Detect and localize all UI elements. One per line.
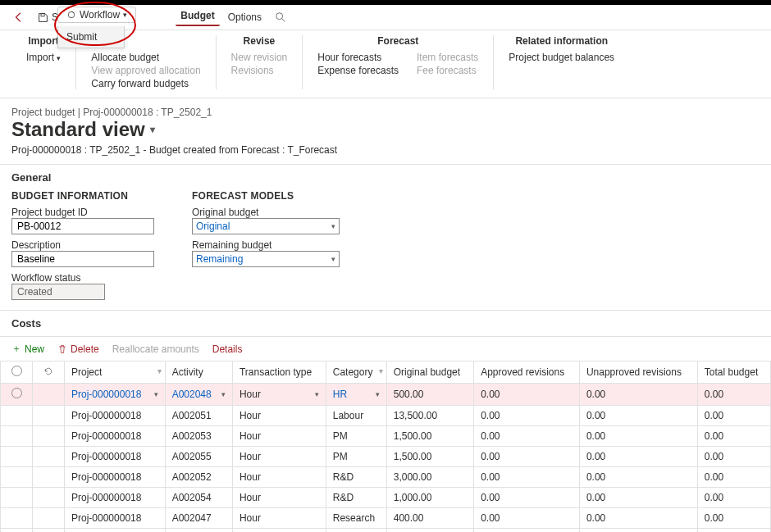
cell-project[interactable]: Proj-000000018	[65, 529, 166, 533]
cell-total-budget[interactable]: 0.00	[697, 529, 770, 533]
cell-activity[interactable]: A002048▾	[165, 384, 232, 406]
cell-category[interactable]: R&D	[326, 467, 386, 488]
cell-project[interactable]: Proj-000000018	[65, 508, 166, 529]
col-category[interactable]: Category▾	[326, 361, 386, 384]
cell-unapproved-revisions[interactable]: 0.00	[579, 508, 697, 529]
back-button[interactable]	[8, 10, 30, 25]
section-costs-header[interactable]: Costs	[0, 311, 771, 336]
row-selector[interactable]	[1, 447, 33, 467]
cell-unapproved-revisions[interactable]: 0.00	[579, 447, 697, 467]
cell-total-budget[interactable]: 0.00	[697, 488, 770, 508]
cell-approved-revisions[interactable]: 0.00	[474, 508, 580, 529]
search-button[interactable]	[270, 10, 291, 25]
cell-approved-revisions[interactable]: 0.00	[474, 529, 580, 533]
table-row[interactable]: Proj-000000018A002052HourR&D3,000.000.00…	[1, 467, 771, 488]
cell-unapproved-revisions[interactable]: 0.00	[579, 467, 697, 488]
project-budget-id-input[interactable]	[11, 218, 154, 234]
cell-category[interactable]: HR▾	[326, 384, 386, 406]
cell-activity[interactable]: A002047	[165, 508, 232, 529]
remaining-budget-select[interactable]: Remaining ▾	[192, 251, 340, 267]
cell-approved-revisions[interactable]: 0.00	[474, 488, 580, 508]
col-refresh[interactable]	[33, 361, 65, 384]
col-transaction-type[interactable]: Transaction type	[232, 361, 326, 384]
cell-original-budget[interactable]: 3,000.00	[386, 467, 473, 488]
table-row[interactable]: Proj-000000018▾A002048▾Hour▾HR▾500.000.0…	[1, 384, 771, 406]
delete-button[interactable]: Delete	[57, 343, 99, 355]
cell-unapproved-revisions[interactable]: 0.00	[579, 426, 697, 447]
filter-icon[interactable]: ▾	[379, 366, 383, 375]
cell-activity[interactable]: A002053	[165, 426, 232, 447]
filter-icon[interactable]: ▾	[157, 366, 162, 375]
cell-original-budget[interactable]: 1,500.00	[386, 426, 473, 447]
cell-unapproved-revisions[interactable]: 0.00	[579, 384, 697, 406]
col-approved-revisions[interactable]: Approved revisions	[474, 361, 580, 384]
workflow-submit-item[interactable]: Submit	[58, 26, 124, 48]
row-selector[interactable]	[1, 488, 33, 508]
cell-original-budget[interactable]: 500.00	[386, 384, 473, 406]
cell-activity[interactable]: A002051	[165, 406, 232, 426]
col-total-budget[interactable]: Total budget	[697, 361, 770, 384]
table-row[interactable]: Proj-000000018A002054HourR&D1,000.000.00…	[1, 488, 771, 508]
cell-category[interactable]: R&D	[326, 488, 386, 508]
cell-activity[interactable]: A002049	[165, 529, 232, 533]
cell-transaction-type[interactable]: Hour	[232, 406, 326, 426]
col-project[interactable]: Project▾	[65, 361, 166, 384]
expense-forecasts-link[interactable]: Expense forecasts	[317, 65, 399, 76]
cell-total-budget[interactable]: 0.00	[697, 426, 770, 447]
original-budget-select[interactable]: Original ▾	[192, 218, 340, 234]
row-selector[interactable]	[1, 406, 33, 426]
cell-activity[interactable]: A002054	[165, 488, 232, 508]
cell-transaction-type[interactable]: Hour▾	[232, 384, 326, 406]
cell-approved-revisions[interactable]: 0.00	[474, 447, 580, 467]
carry-forward-budgets-link[interactable]: Carry forward budgets	[91, 78, 200, 89]
cell-approved-revisions[interactable]: 0.00	[474, 467, 580, 488]
cell-unapproved-revisions[interactable]: 0.00	[579, 406, 697, 426]
workflow-dropdown[interactable]: Workflow ▾ Submit	[57, 7, 136, 23]
cell-approved-revisions[interactable]: 0.00	[474, 426, 580, 447]
allocate-budget-link[interactable]: Allocate budget	[91, 52, 200, 63]
cell-original-budget[interactable]: 1,000.00	[386, 488, 473, 508]
cell-project[interactable]: Proj-000000018	[65, 426, 166, 447]
hour-forecasts-link[interactable]: Hour forecasts	[317, 52, 399, 63]
col-activity[interactable]: Activity	[165, 361, 232, 384]
row-selector[interactable]	[1, 426, 33, 447]
cell-transaction-type[interactable]: Hour	[232, 488, 326, 508]
row-selector[interactable]	[1, 508, 33, 529]
col-select[interactable]	[1, 361, 33, 384]
col-unapproved-revisions[interactable]: Unapproved revisions	[579, 361, 697, 384]
cell-project[interactable]: Proj-000000018	[65, 406, 166, 426]
table-row[interactable]: Proj-000000018A002053HourPM1,500.000.000…	[1, 426, 771, 447]
row-selector[interactable]	[1, 384, 33, 406]
cell-category[interactable]: Research	[326, 508, 386, 529]
section-general-header[interactable]: General	[0, 165, 771, 190]
cell-unapproved-revisions[interactable]: 0.00	[579, 529, 697, 533]
cell-category[interactable]: Labour	[326, 406, 386, 426]
cell-transaction-type[interactable]: Hour	[232, 529, 326, 533]
cell-original-budget[interactable]: 1,500.00	[386, 447, 473, 467]
cell-category[interactable]: PM	[326, 447, 386, 467]
import-button[interactable]: Import ▾	[26, 52, 61, 63]
cell-total-budget[interactable]: 0.00	[697, 406, 770, 426]
col-original-budget[interactable]: Original budget	[386, 361, 473, 384]
new-button[interactable]: ＋ New	[11, 342, 44, 356]
cell-transaction-type[interactable]: Hour	[232, 467, 326, 488]
cell-transaction-type[interactable]: Hour	[232, 508, 326, 529]
table-row[interactable]: Proj-000000018A002055HourPM1,500.000.000…	[1, 447, 771, 467]
cell-original-budget[interactable]: 400.00	[386, 508, 473, 529]
tab-options[interactable]: Options	[223, 10, 267, 25]
cell-category[interactable]: Research	[326, 529, 386, 533]
cell-project[interactable]: Proj-000000018	[65, 467, 166, 488]
project-budget-balances-link[interactable]: Project budget balances	[509, 52, 614, 63]
details-link[interactable]: Details	[212, 343, 243, 355]
row-selector[interactable]	[1, 529, 33, 533]
cell-project[interactable]: Proj-000000018	[65, 488, 166, 508]
table-row[interactable]: Proj-000000018A002049HourResearch4,000.0…	[1, 529, 771, 533]
cell-original-budget[interactable]: 13,500.00	[386, 406, 473, 426]
cell-unapproved-revisions[interactable]: 0.00	[579, 488, 697, 508]
cell-approved-revisions[interactable]: 0.00	[474, 384, 580, 406]
table-row[interactable]: Proj-000000018A002047HourResearch400.000…	[1, 508, 771, 529]
cell-total-budget[interactable]: 0.00	[697, 384, 770, 406]
cell-approved-revisions[interactable]: 0.00	[474, 406, 580, 426]
cell-activity[interactable]: A002055	[165, 447, 232, 467]
cell-original-budget[interactable]: 4,000.00	[386, 529, 473, 533]
